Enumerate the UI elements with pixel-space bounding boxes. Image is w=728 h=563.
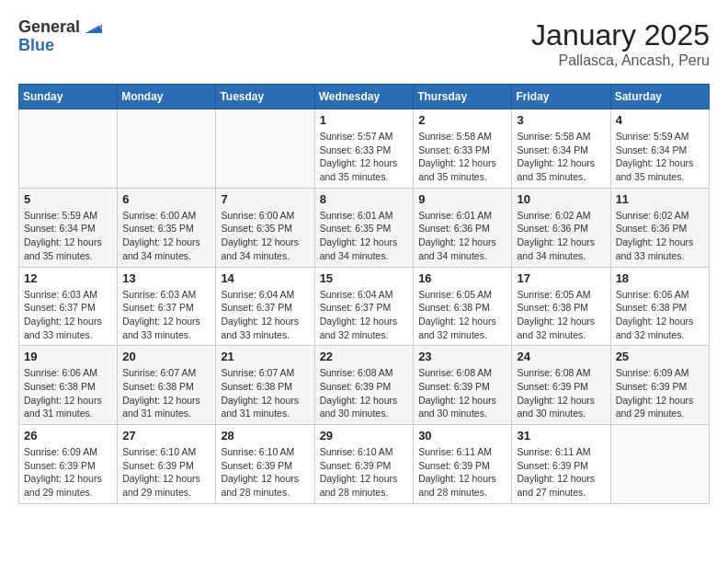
day-number: 21 — [221, 350, 309, 363]
day-info: Sunrise: 6:00 AM Sunset: 6:35 PM Dayligh… — [122, 209, 210, 263]
day-number: 8 — [320, 192, 409, 206]
day-info: Sunrise: 5:59 AM Sunset: 6:34 PM Dayligh… — [24, 209, 112, 263]
calendar-cell: 7Sunrise: 6:00 AM Sunset: 6:35 PM Daylig… — [216, 188, 314, 267]
calendar-cell: 31Sunrise: 6:11 AM Sunset: 6:39 PM Dayli… — [512, 425, 610, 504]
day-number: 14 — [221, 271, 309, 285]
weekday-header-wednesday: Wednesday — [314, 85, 414, 109]
day-number: 5 — [24, 192, 112, 206]
day-number: 7 — [221, 192, 309, 206]
calendar-cell: 19Sunrise: 6:06 AM Sunset: 6:38 PM Dayli… — [19, 346, 118, 425]
weekday-header-row: SundayMondayTuesdayWednesdayThursdayFrid… — [19, 85, 710, 109]
day-info: Sunrise: 6:09 AM Sunset: 6:39 PM Dayligh… — [616, 366, 704, 420]
calendar-cell: 26Sunrise: 6:09 AM Sunset: 6:39 PM Dayli… — [19, 425, 118, 504]
day-number: 11 — [616, 192, 704, 206]
calendar-cell: 28Sunrise: 6:10 AM Sunset: 6:39 PM Dayli… — [216, 425, 314, 504]
day-number: 17 — [517, 271, 605, 285]
calendar-cell: 16Sunrise: 6:05 AM Sunset: 6:38 PM Dayli… — [414, 267, 512, 346]
location-title: Pallasca, Ancash, Peru — [531, 52, 710, 69]
day-info: Sunrise: 6:08 AM Sunset: 6:39 PM Dayligh… — [517, 366, 605, 420]
weekday-header-monday: Monday — [118, 85, 216, 109]
day-number: 30 — [418, 429, 506, 442]
month-title: January 2025 — [531, 18, 710, 52]
title-block: January 2025 Pallasca, Ancash, Peru — [531, 18, 710, 69]
logo-general-text: General — [18, 18, 80, 37]
day-number: 6 — [122, 192, 210, 206]
calendar-cell — [19, 109, 118, 189]
calendar-cell: 11Sunrise: 6:02 AM Sunset: 6:36 PM Dayli… — [610, 188, 709, 267]
logo-blue-text: Blue — [18, 37, 102, 55]
day-number: 9 — [418, 192, 506, 206]
calendar-cell — [216, 109, 314, 189]
day-info: Sunrise: 6:05 AM Sunset: 6:38 PM Dayligh… — [517, 288, 605, 342]
day-info: Sunrise: 6:05 AM Sunset: 6:38 PM Dayligh… — [418, 288, 506, 342]
calendar-week-row: 19Sunrise: 6:06 AM Sunset: 6:38 PM Dayli… — [19, 346, 710, 425]
day-info: Sunrise: 6:10 AM Sunset: 6:39 PM Dayligh… — [221, 445, 309, 500]
calendar-cell: 25Sunrise: 6:09 AM Sunset: 6:39 PM Dayli… — [610, 346, 709, 425]
calendar-cell: 14Sunrise: 6:04 AM Sunset: 6:37 PM Dayli… — [216, 267, 314, 346]
calendar-table: SundayMondayTuesdayWednesdayThursdayFrid… — [18, 84, 710, 504]
calendar-cell: 12Sunrise: 6:03 AM Sunset: 6:37 PM Dayli… — [19, 267, 118, 346]
day-number: 27 — [122, 429, 210, 442]
day-info: Sunrise: 6:11 AM Sunset: 6:39 PM Dayligh… — [517, 445, 605, 500]
day-number: 25 — [616, 350, 704, 363]
day-number: 29 — [320, 429, 409, 442]
calendar-cell: 20Sunrise: 6:07 AM Sunset: 6:38 PM Dayli… — [118, 346, 216, 425]
calendar-cell: 13Sunrise: 6:03 AM Sunset: 6:37 PM Dayli… — [118, 267, 216, 346]
calendar-cell: 2Sunrise: 5:58 AM Sunset: 6:33 PM Daylig… — [414, 109, 512, 189]
day-info: Sunrise: 6:01 AM Sunset: 6:35 PM Dayligh… — [320, 209, 409, 263]
day-number: 20 — [122, 350, 210, 363]
calendar-cell: 23Sunrise: 6:08 AM Sunset: 6:39 PM Dayli… — [414, 346, 512, 425]
day-info: Sunrise: 6:02 AM Sunset: 6:36 PM Dayligh… — [517, 209, 605, 263]
day-number: 26 — [24, 429, 112, 442]
day-number: 16 — [418, 271, 506, 285]
calendar-cell: 5Sunrise: 5:59 AM Sunset: 6:34 PM Daylig… — [19, 188, 118, 267]
weekday-header-friday: Friday — [512, 85, 610, 109]
day-info: Sunrise: 6:10 AM Sunset: 6:39 PM Dayligh… — [122, 445, 210, 500]
weekday-header-sunday: Sunday — [19, 85, 118, 109]
day-info: Sunrise: 5:59 AM Sunset: 6:34 PM Dayligh… — [616, 130, 704, 184]
calendar-week-row: 1Sunrise: 5:57 AM Sunset: 6:33 PM Daylig… — [19, 109, 710, 189]
calendar-cell: 30Sunrise: 6:11 AM Sunset: 6:39 PM Dayli… — [414, 425, 512, 504]
calendar-cell: 27Sunrise: 6:10 AM Sunset: 6:39 PM Dayli… — [118, 425, 216, 504]
calendar-week-row: 5Sunrise: 5:59 AM Sunset: 6:34 PM Daylig… — [19, 188, 710, 267]
day-info: Sunrise: 6:10 AM Sunset: 6:39 PM Dayligh… — [320, 445, 409, 500]
day-info: Sunrise: 6:08 AM Sunset: 6:39 PM Dayligh… — [320, 366, 409, 420]
logo: General Blue — [18, 18, 102, 55]
weekday-header-thursday: Thursday — [414, 85, 512, 109]
calendar-cell: 6Sunrise: 6:00 AM Sunset: 6:35 PM Daylig… — [118, 188, 216, 267]
calendar-cell: 22Sunrise: 6:08 AM Sunset: 6:39 PM Dayli… — [314, 346, 414, 425]
day-info: Sunrise: 6:01 AM Sunset: 6:36 PM Dayligh… — [418, 209, 506, 263]
page-header: General Blue January 2025 Pallasca, Anca… — [18, 18, 710, 69]
day-number: 2 — [418, 113, 506, 127]
day-info: Sunrise: 6:11 AM Sunset: 6:39 PM Dayligh… — [418, 445, 506, 500]
logo-icon — [82, 17, 102, 37]
calendar-cell: 9Sunrise: 6:01 AM Sunset: 6:36 PM Daylig… — [414, 188, 512, 267]
day-number: 18 — [616, 271, 704, 285]
day-number: 1 — [320, 113, 409, 127]
day-number: 3 — [517, 113, 605, 127]
day-number: 13 — [122, 271, 210, 285]
day-info: Sunrise: 5:57 AM Sunset: 6:33 PM Dayligh… — [320, 130, 409, 184]
day-info: Sunrise: 6:00 AM Sunset: 6:35 PM Dayligh… — [221, 209, 309, 263]
day-info: Sunrise: 6:03 AM Sunset: 6:37 PM Dayligh… — [122, 288, 210, 342]
day-number: 12 — [24, 271, 112, 285]
calendar-cell: 24Sunrise: 6:08 AM Sunset: 6:39 PM Dayli… — [512, 346, 610, 425]
calendar-cell: 8Sunrise: 6:01 AM Sunset: 6:35 PM Daylig… — [314, 188, 414, 267]
day-number: 31 — [517, 429, 605, 442]
calendar-cell: 15Sunrise: 6:04 AM Sunset: 6:37 PM Dayli… — [314, 267, 414, 346]
day-info: Sunrise: 5:58 AM Sunset: 6:33 PM Dayligh… — [418, 130, 506, 184]
day-info: Sunrise: 5:58 AM Sunset: 6:34 PM Dayligh… — [517, 130, 605, 184]
calendar-cell: 1Sunrise: 5:57 AM Sunset: 6:33 PM Daylig… — [314, 109, 414, 189]
calendar-cell: 21Sunrise: 6:07 AM Sunset: 6:38 PM Dayli… — [216, 346, 314, 425]
day-info: Sunrise: 6:04 AM Sunset: 6:37 PM Dayligh… — [221, 288, 309, 342]
day-number: 24 — [517, 350, 605, 363]
day-number: 22 — [320, 350, 409, 363]
calendar-cell: 29Sunrise: 6:10 AM Sunset: 6:39 PM Dayli… — [314, 425, 414, 504]
calendar-cell: 4Sunrise: 5:59 AM Sunset: 6:34 PM Daylig… — [610, 109, 709, 189]
day-number: 28 — [221, 429, 309, 442]
day-info: Sunrise: 6:09 AM Sunset: 6:39 PM Dayligh… — [24, 445, 112, 500]
day-info: Sunrise: 6:04 AM Sunset: 6:37 PM Dayligh… — [320, 288, 409, 342]
calendar-cell: 17Sunrise: 6:05 AM Sunset: 6:38 PM Dayli… — [512, 267, 610, 346]
day-info: Sunrise: 6:07 AM Sunset: 6:38 PM Dayligh… — [122, 366, 210, 420]
day-info: Sunrise: 6:03 AM Sunset: 6:37 PM Dayligh… — [24, 288, 112, 342]
